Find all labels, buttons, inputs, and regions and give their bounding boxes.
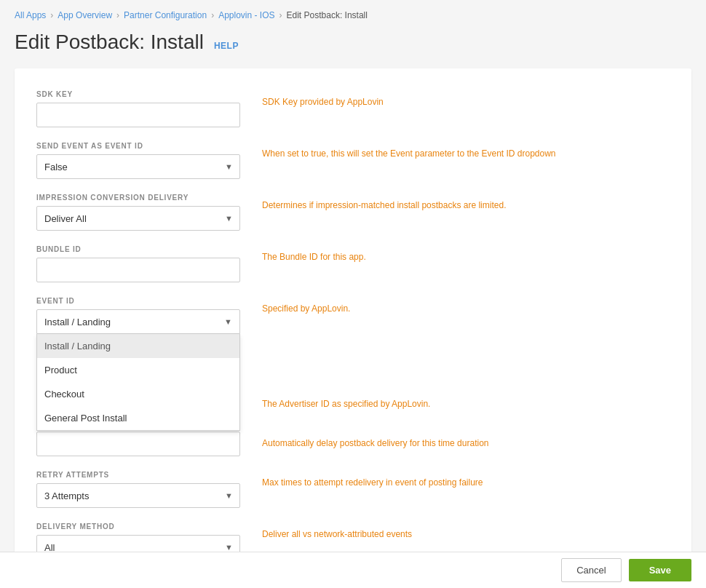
help-link[interactable]: HELP bbox=[214, 41, 239, 51]
bundle-id-input[interactable] bbox=[36, 258, 240, 282]
send-event-hint: When set to true, this will set the Even… bbox=[262, 142, 670, 160]
dropdown-item-product[interactable]: Product bbox=[37, 358, 239, 382]
dropdown-item-install-landing[interactable]: Install / Landing bbox=[37, 334, 239, 358]
retry-hint: Max times to attempt redelivery in event… bbox=[262, 471, 670, 489]
impression-select-wrapper: Deliver All Deliver None Deliver First ▼ bbox=[36, 206, 240, 231]
retry-label: RETRY ATTEMPTS bbox=[36, 471, 240, 479]
sdk-key-row: SDK KEY SDK Key provided by AppLovin bbox=[36, 90, 670, 127]
sdk-key-field: SDK KEY bbox=[36, 90, 240, 127]
breadcrumb-sep-2: › bbox=[116, 10, 119, 20]
breadcrumb-sep-1: › bbox=[50, 10, 53, 20]
dropdown-item-checkout[interactable]: Checkout bbox=[37, 382, 239, 406]
breadcrumb: All Apps › App Overview › Partner Config… bbox=[0, 0, 706, 26]
breadcrumb-all-apps[interactable]: All Apps bbox=[15, 10, 46, 20]
page-title: Edit Postback: Install bbox=[15, 31, 204, 54]
bundle-id-field: BUNDLE ID bbox=[36, 245, 240, 282]
impression-select[interactable]: Deliver All Deliver None Deliver First bbox=[36, 206, 240, 231]
delivery-method-label: DELIVERY METHOD bbox=[36, 523, 240, 531]
retry-select[interactable]: 1 Attempt 2 Attempts 3 Attempts 5 Attemp… bbox=[36, 483, 240, 508]
delay-input[interactable] bbox=[36, 432, 240, 456]
form-card: SDK KEY SDK Key provided by AppLovin SEN… bbox=[15, 68, 691, 588]
send-event-field: SEND EVENT AS EVENT ID False True ▼ bbox=[36, 142, 240, 179]
retry-row: RETRY ATTEMPTS 1 Attempt 2 Attempts 3 At… bbox=[36, 471, 670, 508]
event-id-row: EVENT ID Install / Landing ▼ Install / L… bbox=[36, 297, 670, 334]
bundle-id-hint: The Bundle ID for this app. bbox=[262, 245, 670, 263]
cancel-button[interactable]: Cancel bbox=[561, 558, 621, 582]
dropdown-item-general-post-install[interactable]: General Post Install bbox=[37, 406, 239, 430]
breadcrumb-app-overview[interactable]: App Overview bbox=[57, 10, 112, 20]
delay-field bbox=[36, 432, 240, 456]
footer-bar: Cancel Save bbox=[0, 552, 706, 588]
bundle-id-label: BUNDLE ID bbox=[36, 245, 240, 253]
send-event-row: SEND EVENT AS EVENT ID False True ▼ When… bbox=[36, 142, 670, 179]
send-event-label: SEND EVENT AS EVENT ID bbox=[36, 142, 240, 150]
impression-row: IMPRESSION CONVERSION DELIVERY Deliver A… bbox=[36, 194, 670, 231]
impression-label: IMPRESSION CONVERSION DELIVERY bbox=[36, 194, 240, 202]
breadcrumb-partner-config[interactable]: Partner Configuration bbox=[124, 10, 207, 20]
event-id-selected-text: Install / Landing bbox=[44, 317, 111, 327]
page-header: Edit Postback: Install HELP bbox=[0, 26, 706, 68]
delivery-method-hint: Deliver all vs network-attributed events bbox=[262, 523, 670, 541]
event-id-field: EVENT ID Install / Landing ▼ Install / L… bbox=[36, 297, 240, 334]
save-button[interactable]: Save bbox=[629, 559, 691, 581]
impression-field: IMPRESSION CONVERSION DELIVERY Deliver A… bbox=[36, 194, 240, 231]
event-id-dropdown-menu: Install / Landing Product Checkout Gener… bbox=[36, 334, 240, 431]
impression-hint: Determines if impression-matched install… bbox=[262, 194, 670, 212]
event-id-chevron-icon: ▼ bbox=[224, 317, 232, 326]
breadcrumb-current: Edit Postback: Install bbox=[287, 10, 368, 20]
sdk-key-label: SDK KEY bbox=[36, 90, 240, 98]
sdk-key-hint: SDK Key provided by AppLovin bbox=[262, 90, 670, 108]
breadcrumb-applovin-ios[interactable]: Applovin - IOS bbox=[218, 10, 274, 20]
advertiser-id-hint: The Advertiser ID as specified by AppLov… bbox=[262, 392, 670, 410]
event-id-dropdown-wrapper: Install / Landing ▼ Install / Landing Pr… bbox=[36, 309, 240, 334]
delay-hint: Automatically delay postback delivery fo… bbox=[262, 432, 670, 450]
event-id-hint: Specified by AppLovin. bbox=[262, 297, 670, 315]
send-event-select[interactable]: False True bbox=[36, 154, 240, 179]
event-id-label: EVENT ID bbox=[36, 297, 240, 305]
breadcrumb-sep-3: › bbox=[211, 10, 214, 20]
retry-field: RETRY ATTEMPTS 1 Attempt 2 Attempts 3 At… bbox=[36, 471, 240, 508]
breadcrumb-sep-4: › bbox=[279, 10, 282, 20]
delay-row: Automatically delay postback delivery fo… bbox=[36, 432, 670, 456]
retry-select-wrapper: 1 Attempt 2 Attempts 3 Attempts 5 Attemp… bbox=[36, 483, 240, 508]
send-event-select-wrapper: False True ▼ bbox=[36, 154, 240, 179]
bundle-id-row: BUNDLE ID The Bundle ID for this app. bbox=[36, 245, 670, 282]
sdk-key-input[interactable] bbox=[36, 103, 240, 127]
event-id-selected[interactable]: Install / Landing ▼ bbox=[36, 309, 240, 334]
